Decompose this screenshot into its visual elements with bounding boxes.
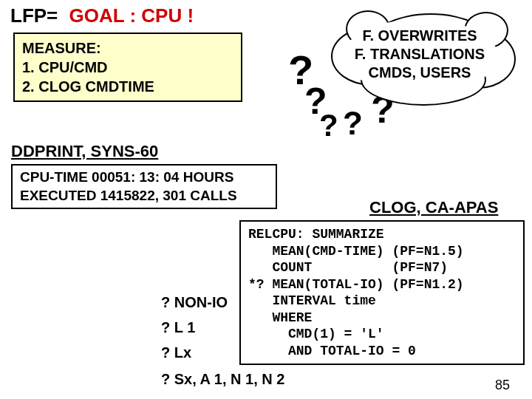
lfp-heading: LFP= GOAL : CPU ! <box>10 4 194 27</box>
measure-box: MEASURE: 1. CPU/CMD 2. CLOG CMDTIME <box>13 33 242 102</box>
cloud-line1: F. OVERWRITES <box>324 27 516 45</box>
question-mark: ? <box>319 108 338 143</box>
q-nonio: ? NON-IO <box>161 294 228 311</box>
measure-line1: 1. CPU/CMD <box>22 58 233 77</box>
q-l1: ? L 1 <box>161 319 195 336</box>
cpu-time-box: CPU-TIME 00051: 13: 04 HOURS EXECUTED 14… <box>11 164 277 209</box>
ddprint-label: DDPRINT, SYNS-60 <box>11 142 158 161</box>
lfp-goal: GOAL : CPU ! <box>69 4 194 27</box>
measure-title: MEASURE: <box>22 38 233 58</box>
cloud-text: F. OVERWRITES F. TRANSLATIONS CMDS, USER… <box>324 27 516 82</box>
clog-label: CLOG, CA-APAS <box>369 198 498 217</box>
cloud-line2: F. TRANSLATIONS <box>324 45 516 64</box>
q-sx: ? Sx, A 1, N 1, N 2 <box>161 371 284 388</box>
page-number: 85 <box>495 378 510 393</box>
relcpu-box: RELCPU: SUMMARIZE MEAN(CMD-TIME) (PF=N1.… <box>239 220 525 365</box>
lfp-label: LFP= <box>10 4 58 27</box>
question-mark: ? <box>343 105 363 142</box>
cloud-callout: F. OVERWRITES F. TRANSLATIONS CMDS, USER… <box>324 13 516 117</box>
measure-line2: 2. CLOG CMDTIME <box>22 77 233 96</box>
cpu-line2: EXECUTED 1415822, 301 CALLS <box>20 187 268 205</box>
cpu-line1: CPU-TIME 00051: 13: 04 HOURS <box>20 168 268 187</box>
cloud-line3: CMDS, USERS <box>324 64 516 82</box>
q-lx: ? Lx <box>161 344 191 361</box>
